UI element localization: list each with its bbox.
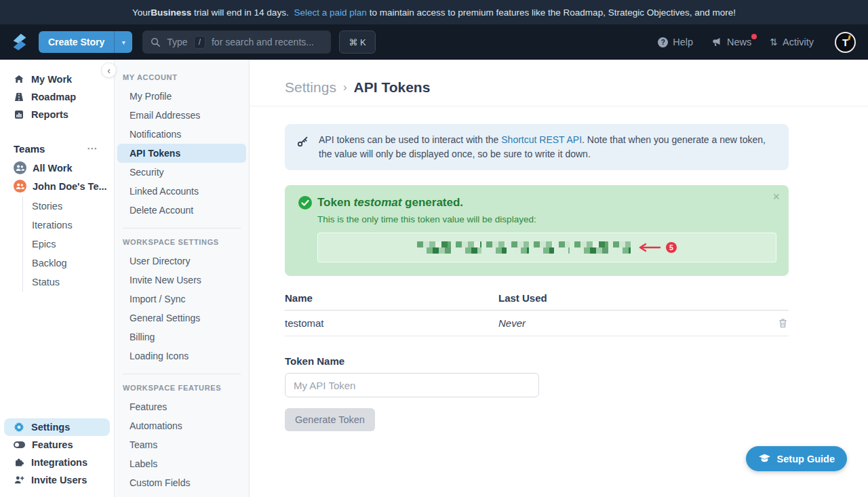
create-story-button[interactable]: Create Story (39, 31, 114, 53)
token-name-label: Token Name (285, 355, 789, 367)
search-shortcut-badge[interactable]: ⌘ K (339, 31, 375, 54)
body-row: My Work Roadmap Reports Teams (0, 60, 868, 497)
settings-nav-item-billing[interactable]: Billing (117, 327, 246, 346)
activity-icon: ⇅ (770, 37, 778, 47)
teams-menu-icon[interactable]: ⋯ (87, 142, 98, 155)
rest-api-link[interactable]: Shortcut REST API (501, 134, 582, 145)
sidebar-item-integrations[interactable]: Integrations (4, 454, 110, 471)
info-text: API tokens can be used to interact with … (319, 133, 776, 161)
search-input[interactable]: Type / for search and recents... (142, 31, 331, 54)
delete-token-button[interactable] (777, 317, 789, 329)
road-icon (14, 92, 24, 102)
settings-nav-item-teams[interactable]: Teams (117, 435, 246, 454)
close-icon[interactable]: × (772, 191, 780, 203)
sidebar-item-my-work[interactable]: My Work (4, 71, 110, 88)
alert-title-pre: Token (317, 196, 354, 209)
sidebar-item-label: Features (32, 439, 73, 450)
alert-token-name: testomat (354, 196, 402, 209)
team-avatar-icon (14, 180, 26, 193)
sidebar-item-status[interactable]: Status (32, 273, 114, 292)
divider (123, 228, 241, 228)
redacted-token-block (534, 241, 554, 254)
create-story-dropdown-button[interactable]: ▾ (114, 31, 132, 53)
banner-text-pre: Your (132, 7, 151, 18)
check-circle-icon (298, 196, 312, 210)
settings-nav-item-email-addresses[interactable]: Email Addresses (117, 106, 246, 125)
settings-nav-item-my-profile[interactable]: My Profile (117, 87, 246, 106)
sidebar-collapse-button[interactable]: ‹ (101, 62, 117, 78)
settings-nav-item-api-tokens[interactable]: API Tokens (117, 144, 246, 163)
generate-token-button[interactable]: Generate Token (285, 408, 375, 431)
sidebar-item-stories[interactable]: Stories (32, 197, 114, 216)
sidebar-item-invite-users[interactable]: Invite Users (4, 471, 110, 489)
last-used-cell: Never (498, 317, 526, 329)
sidebar-team-all-work[interactable]: All Work (4, 159, 110, 177)
user-avatar[interactable]: T (835, 32, 856, 53)
sidebar-item-features[interactable]: Features (4, 436, 110, 454)
puzzle-icon (14, 457, 24, 468)
sidebar-item-settings[interactable]: Settings (4, 418, 110, 436)
team-label: All Work (33, 163, 73, 174)
table-row: testomat Never (285, 311, 789, 336)
content-area: API tokens can be used to interact with … (250, 106, 868, 497)
redacted-token-block (559, 241, 570, 254)
settings-nav-item-custom-fields[interactable]: Custom Fields (117, 473, 246, 492)
settings-nav-section-title: WORKSPACE SETTINGS (115, 238, 249, 252)
setup-guide-label: Setup Guide (777, 454, 835, 464)
column-header-last-used: Last Used (498, 292, 547, 304)
settings-nav-item-user-directory[interactable]: User Directory (117, 252, 246, 271)
divider (123, 374, 241, 374)
alert-subtitle: This is the only time this token value w… (317, 214, 776, 224)
sidebar-item-reports[interactable]: Reports (4, 106, 110, 123)
api-tokens-info-box: API tokens can be used to interact with … (285, 124, 789, 170)
key-icon (297, 136, 309, 147)
token-value-box: 5 (317, 233, 776, 262)
sidebar-item-backlog[interactable]: Backlog (32, 254, 114, 273)
settings-nav-section-title: WORKSPACE FEATURES (115, 384, 249, 397)
help-button[interactable]: ? Help (658, 37, 693, 47)
settings-nav-item-automations[interactable]: Automations (117, 416, 246, 435)
sidebar-item-iterations[interactable]: Iterations (32, 216, 114, 235)
settings-nav-item-import-sync[interactable]: Import / Sync (117, 290, 246, 309)
banner-plan-name: Business (151, 7, 191, 18)
setup-guide-button[interactable]: Setup Guide (746, 446, 847, 471)
toggle-icon (14, 441, 25, 448)
gear-icon (14, 422, 24, 433)
sidebar-item-label: Reports (31, 109, 68, 120)
settings-nav-item-delete-account[interactable]: Delete Account (117, 201, 246, 220)
all-work-avatar-icon (14, 161, 26, 174)
app-root: Your Business trial will end in 14 days.… (0, 0, 868, 497)
settings-nav-item-features[interactable]: Features (117, 397, 246, 416)
top-navbar: Create Story ▾ Type / for search and rec… (0, 24, 868, 60)
shortcut-logo[interactable] (9, 32, 30, 52)
graduation-cap-icon (758, 454, 771, 464)
activity-button[interactable]: ⇅ Activity (770, 37, 814, 47)
settings-nav-item-invite-new-users[interactable]: Invite New Users (117, 271, 246, 290)
select-paid-plan-link[interactable]: Select a paid plan (294, 7, 366, 18)
redacted-token-block (486, 241, 507, 254)
token-name-cell: testomat (285, 317, 498, 329)
navbar-right-group: ? Help News ⇅ Activity T (658, 32, 856, 53)
sidebar-team-john-does-team[interactable]: John Doe's Te... (4, 177, 110, 195)
token-name-input[interactable] (285, 373, 539, 397)
settings-nav-item-general-settings[interactable]: General Settings (117, 309, 246, 327)
settings-nav-item-loading-icons[interactable]: Loading Icons (117, 346, 246, 365)
sidebar-item-epics[interactable]: Epics (32, 235, 114, 254)
settings-nav-item-labels[interactable]: Labels (117, 454, 246, 473)
tokens-table: Name Last Used testomat Never (285, 292, 789, 336)
column-header-name: Name (285, 292, 498, 304)
sidebar-item-label: Invite Users (31, 475, 87, 485)
create-story-split-button: Create Story ▾ (39, 31, 132, 53)
settings-nav-item-security[interactable]: Security (117, 163, 246, 182)
main-content: Settings › API Tokens API tokens can be … (250, 60, 868, 497)
breadcrumb-separator-icon: › (343, 81, 347, 94)
sidebar-item-roadmap[interactable]: Roadmap (4, 88, 110, 106)
breadcrumb-parent[interactable]: Settings (285, 79, 336, 96)
redacted-token-block (574, 241, 608, 254)
news-button[interactable]: News (711, 37, 751, 47)
settings-nav-item-linked-accounts[interactable]: Linked Accounts (117, 182, 246, 201)
sidebar-item-label: Settings (31, 422, 70, 433)
settings-nav-item-notifications[interactable]: Notifications (117, 125, 246, 144)
help-label: Help (673, 37, 693, 47)
news-label: News (727, 37, 751, 47)
